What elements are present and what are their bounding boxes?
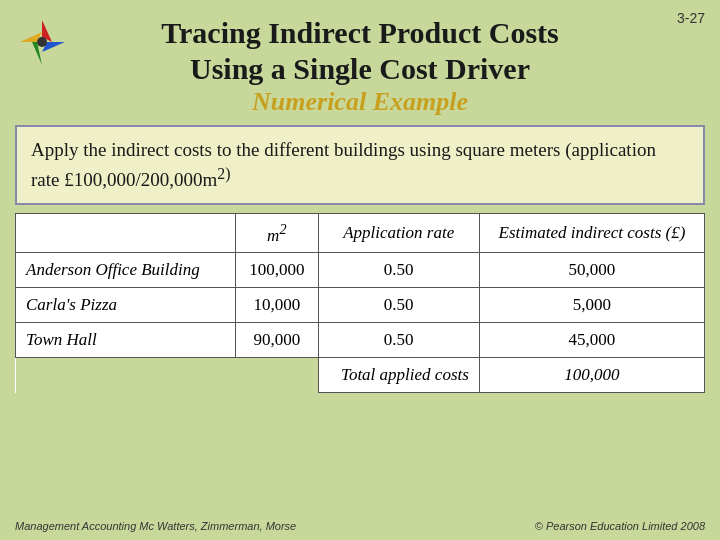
col-header-app-rate: Application rate — [318, 213, 479, 253]
table-row: Anderson Office Building 100,000 0.50 50… — [16, 253, 705, 288]
row2-estimated: 5,000 — [479, 288, 704, 323]
col-header-name — [16, 213, 236, 253]
subtitle: Numerical Example — [15, 87, 705, 117]
title-line2: Using a Single Cost Driver — [190, 52, 530, 85]
row1-estimated: 50,000 — [479, 253, 704, 288]
description-box: Apply the indirect costs to the differen… — [15, 125, 705, 205]
svg-point-4 — [37, 37, 47, 47]
table-row: Carla's Pizza 10,000 0.50 5,000 — [16, 288, 705, 323]
footer-left: Management Accounting Mc Watters, Zimmer… — [15, 520, 296, 532]
row1-name: Anderson Office Building — [16, 253, 236, 288]
row2-app-rate: 0.50 — [318, 288, 479, 323]
table-row: Town Hall 90,000 0.50 45,000 — [16, 323, 705, 358]
footer: Management Accounting Mc Watters, Zimmer… — [15, 520, 705, 532]
col-header-m2: m2 — [236, 213, 319, 253]
title-line1: Tracing Indirect Product Costs — [161, 16, 559, 49]
desc-text: Apply the indirect costs to the differen… — [31, 139, 656, 190]
total-empty1 — [16, 358, 236, 393]
row3-estimated: 45,000 — [479, 323, 704, 358]
row2-m2: 10,000 — [236, 288, 319, 323]
row3-m2: 90,000 — [236, 323, 319, 358]
slide: Tracing Indirect Product Costs Using a S… — [0, 0, 720, 540]
title-block: Tracing Indirect Product Costs Using a S… — [15, 15, 705, 117]
data-table: m2 Application rate Estimated indirect c… — [15, 213, 705, 394]
total-label: Total applied costs — [318, 358, 479, 393]
total-value: 100,000 — [479, 358, 704, 393]
header: Tracing Indirect Product Costs Using a S… — [15, 10, 705, 117]
logo — [15, 15, 70, 70]
row1-app-rate: 0.50 — [318, 253, 479, 288]
table-header-row: m2 Application rate Estimated indirect c… — [16, 213, 705, 253]
slide-number: 3-27 — [677, 10, 705, 26]
footer-right: © Pearson Education Limited 2008 — [535, 520, 705, 532]
row3-name: Town Hall — [16, 323, 236, 358]
row2-name: Carla's Pizza — [16, 288, 236, 323]
table-total-row: Total applied costs 100,000 — [16, 358, 705, 393]
main-title: Tracing Indirect Product Costs Using a S… — [15, 15, 705, 87]
total-empty2 — [236, 358, 319, 393]
table-wrapper: m2 Application rate Estimated indirect c… — [15, 213, 705, 394]
row3-app-rate: 0.50 — [318, 323, 479, 358]
row1-m2: 100,000 — [236, 253, 319, 288]
col-header-estimated: Estimated indirect costs (£) — [479, 213, 704, 253]
